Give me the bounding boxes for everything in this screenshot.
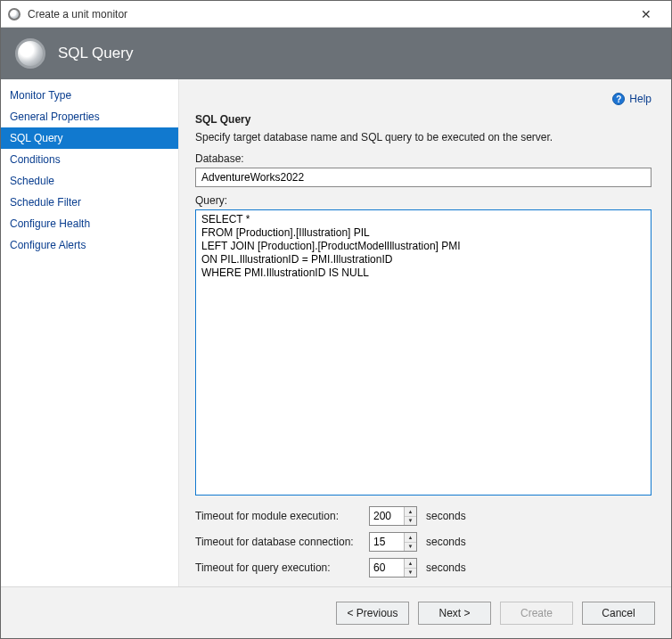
nav-item-general-properties[interactable]: General Properties [1,106,178,127]
help-icon: ? [612,93,625,105]
cancel-button-label: Cancel [602,607,635,619]
wizard-banner: SQL Query [1,28,671,79]
dialog-body: Monitor Type General Properties SQL Quer… [1,79,671,586]
timeout-database-spinner: ▲ ▼ [369,532,417,552]
timeout-query-input[interactable] [370,559,404,577]
wizard-nav: Monitor Type General Properties SQL Quer… [1,79,179,586]
nav-item-label: Configure Health [10,217,90,230]
nav-item-schedule[interactable]: Schedule [1,170,178,192]
window-title: Create a unit monitor [28,8,628,20]
spin-up-icon[interactable]: ▲ [405,559,416,569]
previous-button-label: < Previous [347,607,397,619]
timeout-database-input[interactable] [370,533,404,551]
wizard-step-title: SQL Query [58,45,133,62]
previous-button[interactable]: < Previous [336,602,409,625]
database-label: Database: [195,152,652,165]
dialog-footer: < Previous Next > Create Cancel [1,586,671,638]
spin-down-icon[interactable]: ▼ [405,543,416,552]
dialog-window: Create a unit monitor ✕ SQL Query Monito… [0,0,672,639]
nav-item-configure-alerts[interactable]: Configure Alerts [1,234,178,256]
create-button-label: Create [520,607,553,619]
timeout-query-row: Timeout for query execution: ▲ ▼ seconds [195,558,652,578]
help-bar: ? Help [195,90,652,108]
nav-item-monitor-type[interactable]: Monitor Type [1,85,178,106]
next-button-label: Next > [438,607,470,619]
nav-item-label: Schedule Filter [10,196,81,209]
nav-item-configure-health[interactable]: Configure Health [1,213,178,234]
nav-item-schedule-filter[interactable]: Schedule Filter [1,192,178,213]
nav-item-label: Schedule [10,175,54,187]
timeouts-group: Timeout for module execution: ▲ ▼ second… [195,506,652,578]
nav-item-conditions[interactable]: Conditions [1,149,178,170]
timeout-module-unit: seconds [426,510,466,522]
query-label: Query: [195,194,652,207]
timeout-query-spinner: ▲ ▼ [369,558,417,578]
nav-item-label: General Properties [10,111,100,123]
timeout-database-row: Timeout for database connection: ▲ ▼ sec… [195,532,652,552]
create-button: Create [500,602,573,625]
timeout-database-unit: seconds [426,536,466,548]
timeout-query-unit: seconds [426,561,466,574]
timeout-database-label: Timeout for database connection: [195,536,369,548]
timeout-module-spinner: ▲ ▼ [369,506,417,526]
database-input[interactable] [195,168,652,187]
section-title: SQL Query [195,113,652,126]
spin-up-icon[interactable]: ▲ [405,507,416,517]
nav-item-label: Configure Alerts [10,239,86,251]
close-icon: ✕ [641,7,652,21]
nav-item-sql-query[interactable]: SQL Query [1,127,178,149]
app-icon [8,8,20,20]
spin-down-icon[interactable]: ▼ [405,569,416,578]
timeout-module-input[interactable] [370,507,404,525]
help-link[interactable]: Help [629,93,652,105]
timeout-query-label: Timeout for query execution: [195,561,369,574]
wizard-step-icon [15,38,45,69]
nav-item-label: Conditions [10,153,61,166]
title-bar: Create a unit monitor ✕ [1,1,671,28]
nav-item-label: Monitor Type [10,89,71,102]
section-description: Specify target database name and SQL que… [195,131,652,143]
close-button[interactable]: ✕ [628,1,664,28]
nav-item-label: SQL Query [10,132,63,144]
spin-down-icon[interactable]: ▼ [405,517,416,526]
content-area: ? Help SQL Query Specify target database… [179,79,671,586]
timeout-module-label: Timeout for module execution: [195,510,369,522]
next-button[interactable]: Next > [418,602,491,625]
query-textarea[interactable] [195,209,652,496]
timeout-module-row: Timeout for module execution: ▲ ▼ second… [195,506,652,526]
cancel-button[interactable]: Cancel [582,602,655,625]
spin-up-icon[interactable]: ▲ [405,533,416,543]
